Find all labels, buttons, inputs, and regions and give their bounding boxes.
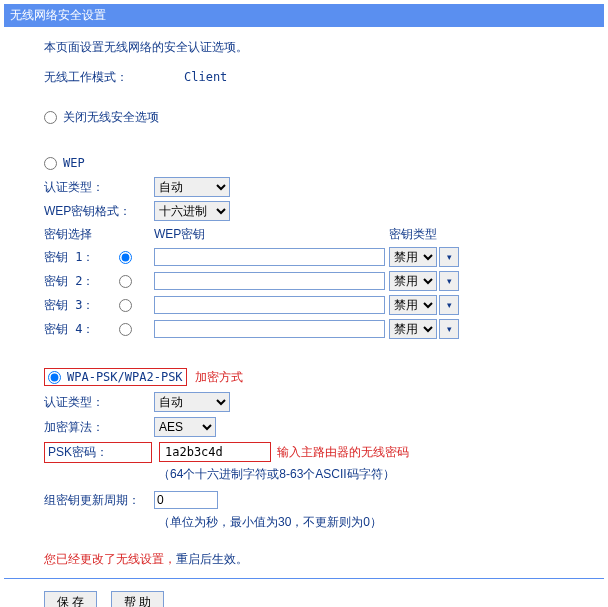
wpa-radio[interactable]	[48, 371, 61, 384]
changed-message: 您已经更改了无线设置，重启后生效。	[44, 551, 564, 568]
key3-radio[interactable]	[119, 299, 132, 312]
wep-radio[interactable]	[44, 157, 57, 170]
changed-suffix: 重启后生效。	[176, 552, 248, 566]
key-value-header: WEP密钥	[154, 226, 389, 243]
wpa-auth-label: 认证类型：	[44, 394, 154, 411]
key4-input[interactable]	[154, 320, 385, 338]
save-button[interactable]: 保 存	[44, 591, 97, 607]
button-row: 保 存 帮 助	[4, 585, 604, 607]
mode-label: 无线工作模式：	[44, 69, 154, 86]
chevron-down-icon[interactable]: ▾	[439, 319, 459, 339]
divider	[4, 578, 604, 579]
mode-row: 无线工作模式： Client	[44, 66, 564, 88]
wep-auth-row: 认证类型： 自动	[44, 176, 564, 198]
wpa-rekey-note: （单位为秒，最小值为30，不更新则为0）	[158, 514, 564, 531]
wpa-algo-label: 加密算法：	[44, 419, 154, 436]
key1-radio[interactable]	[119, 251, 132, 264]
disable-label: 关闭无线安全选项	[63, 109, 159, 126]
wep-key-row-1: 密钥 1： 禁用 ▾	[44, 247, 564, 267]
wpa-psk-note: （64个十六进制字符或8-63个ASCII码字符）	[158, 466, 564, 483]
wep-format-select[interactable]: 十六进制	[154, 201, 230, 221]
chevron-down-icon[interactable]: ▾	[439, 295, 459, 315]
key2-type-select[interactable]: 禁用	[389, 271, 437, 291]
wpa-algo-row: 加密算法： AES	[44, 416, 564, 438]
key-select-header: 密钥选择	[44, 226, 154, 243]
key2-input[interactable]	[154, 272, 385, 290]
wpa-label: WPA-PSK/WPA2-PSK	[67, 370, 183, 384]
chevron-down-icon[interactable]: ▾	[439, 247, 459, 267]
key-label: 密钥 4：	[44, 321, 119, 338]
wpa-rekey-row: 组密钥更新周期：	[44, 489, 564, 511]
disable-radio[interactable]	[44, 111, 57, 124]
wep-key-row-2: 密钥 2： 禁用 ▾	[44, 271, 564, 291]
key-label: 密钥 2：	[44, 273, 119, 290]
key3-type-select[interactable]: 禁用	[389, 295, 437, 315]
option-wpa-row[interactable]: WPA-PSK/WPA2-PSK 加密方式	[44, 366, 564, 388]
wpa-psk-label: PSK密码：	[48, 444, 108, 461]
wpa-rekey-label: 组密钥更新周期：	[44, 492, 154, 509]
key4-type-select[interactable]: 禁用	[389, 319, 437, 339]
wpa-method-label: 加密方式	[195, 369, 243, 386]
wep-auth-select[interactable]: 自动	[154, 177, 230, 197]
wpa-psk-input[interactable]	[163, 444, 267, 460]
wpa-auth-row: 认证类型： 自动	[44, 391, 564, 413]
wpa-section: WPA-PSK/WPA2-PSK 加密方式 认证类型： 自动 加密算法： AES…	[44, 366, 564, 531]
key1-type-select[interactable]: 禁用	[389, 247, 437, 267]
wep-auth-label: 认证类型：	[44, 179, 154, 196]
intro-text: 本页面设置无线网络的安全认证选项。	[44, 39, 564, 56]
wpa-rekey-input[interactable]	[154, 491, 218, 509]
wpa-psk-row: PSK密码： 输入主路由器的无线密码	[44, 441, 564, 463]
chevron-down-icon[interactable]: ▾	[439, 271, 459, 291]
wep-key-row-4: 密钥 4： 禁用 ▾	[44, 319, 564, 339]
wep-key-row-3: 密钥 3： 禁用 ▾	[44, 295, 564, 315]
wpa-auth-select[interactable]: 自动	[154, 392, 230, 412]
option-disable-row[interactable]: 关闭无线安全选项	[44, 106, 564, 128]
panel-title: 无线网络安全设置	[4, 4, 604, 27]
key4-radio[interactable]	[119, 323, 132, 336]
wep-key-header: 密钥选择 WEP密钥 密钥类型	[44, 226, 564, 243]
option-wep-row[interactable]: WEP	[44, 152, 564, 174]
key-type-header: 密钥类型	[389, 226, 437, 243]
wep-format-label: WEP密钥格式：	[44, 203, 154, 220]
key-label: 密钥 3：	[44, 297, 119, 314]
key1-input[interactable]	[154, 248, 385, 266]
wep-format-row: WEP密钥格式： 十六进制	[44, 200, 564, 222]
changed-prefix: 您已经更改了无线设置，	[44, 552, 176, 566]
wpa-algo-select[interactable]: AES	[154, 417, 216, 437]
wpa-psk-hint: 输入主路由器的无线密码	[277, 444, 409, 461]
key-label: 密钥 1：	[44, 249, 119, 266]
wep-label: WEP	[63, 156, 85, 170]
panel-content: 本页面设置无线网络的安全认证选项。 无线工作模式： Client 关闭无线安全选…	[4, 27, 604, 574]
wireless-security-panel: 无线网络安全设置 本页面设置无线网络的安全认证选项。 无线工作模式： Clien…	[4, 4, 604, 607]
mode-value: Client	[184, 70, 227, 84]
key2-radio[interactable]	[119, 275, 132, 288]
help-button[interactable]: 帮 助	[111, 591, 164, 607]
key3-input[interactable]	[154, 296, 385, 314]
